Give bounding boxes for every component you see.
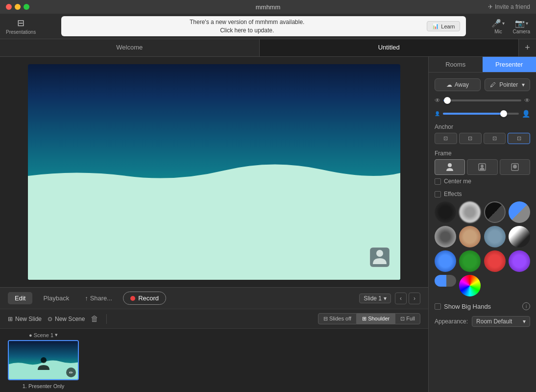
edit-button[interactable]: Edit [8, 292, 32, 304]
frame-options [435, 159, 530, 175]
prev-slide-button[interactable]: ‹ [395, 293, 407, 304]
tab-presenter[interactable]: Presenter [483, 57, 536, 72]
tab-welcome[interactable]: Welcome [0, 39, 259, 56]
pointer-button[interactable]: 🖊 Pointer ▾ [485, 78, 531, 91]
slide-picker[interactable]: Slide 1 ▾ [359, 294, 391, 303]
away-button[interactable]: ☁ Away [435, 78, 481, 91]
mic-control[interactable]: 🎤 ▾ Mic [491, 19, 505, 34]
right-panel-tabs: Rooms Presenter [429, 57, 536, 73]
slide-navigation: ‹ › [395, 293, 420, 304]
center-me-label: Center me [444, 178, 471, 185]
delete-button[interactable]: 🗑 [91, 315, 98, 323]
size-slider[interactable] [443, 113, 519, 115]
scene-label: ● Scene 1 ▾ [29, 332, 58, 338]
presenter-settings: ☁ Away 🖊 Pointer ▾ 👁 👁 [429, 73, 536, 392]
pointer-chevron-icon: ▾ [522, 81, 525, 88]
paper-plane-icon: ✈ [488, 3, 493, 10]
titlebar: mmhmm ✈ Invite a friend [0, 0, 536, 14]
new-scene-button[interactable]: ⊙ New Scene [48, 316, 85, 322]
frame-person-button[interactable] [435, 159, 465, 175]
presentations-label: Presentations [6, 29, 36, 35]
effect-split-button[interactable] [509, 201, 530, 223]
info-icon[interactable]: i [522, 302, 530, 310]
anchor-tl-button[interactable]: ⊡ [435, 133, 457, 144]
scene-dot-icon: ● [29, 332, 32, 338]
main-area: Edit Playback ↑ Share... Record Slide 1 … [0, 57, 536, 392]
size-high-icon: 👤 [522, 110, 530, 118]
new-slide-icon: ⊞ [8, 316, 13, 322]
show-big-hands-label: Show Big Hands [444, 303, 491, 310]
scene-dropdown-icon: ▾ [55, 332, 58, 338]
tab-rooms[interactable]: Rooms [429, 57, 483, 72]
playback-toolbar: Edit Playback ↑ Share... Record Slide 1 … [0, 287, 428, 309]
update-text: There's a new version of mmhmm available… [67, 18, 427, 35]
effect-film-button[interactable] [435, 226, 456, 247]
learn-button[interactable]: 📊 Learn [427, 21, 460, 31]
window-controls[interactable] [6, 4, 29, 10]
effect-toggle-button[interactable] [435, 275, 456, 287]
record-button[interactable]: Record [123, 292, 166, 305]
share-button[interactable]: ↑ Share... [80, 292, 117, 304]
scene-name: 1. Presenter Only [23, 383, 65, 389]
anchor-tm-button[interactable]: ⊡ [459, 133, 482, 144]
visibility-thumb[interactable] [444, 97, 451, 104]
invite-friend-button[interactable]: ✈ Invite a friend [488, 3, 530, 10]
effect-color-button[interactable] [459, 275, 481, 296]
center-me-checkbox[interactable] [435, 178, 441, 185]
add-tab-button[interactable]: + [518, 39, 536, 56]
effect-purple-button[interactable] [509, 250, 530, 272]
show-big-hands-checkbox[interactable] [435, 303, 441, 310]
full-button[interactable]: ⊡ Full [395, 313, 420, 324]
effect-cool-button[interactable] [484, 226, 506, 247]
effect-dark-button[interactable] [435, 201, 456, 223]
effects-checkbox[interactable] [435, 191, 441, 197]
scene-thumbnail[interactable]: ✏ [8, 340, 79, 380]
effects-grid [435, 201, 530, 296]
size-thumb[interactable] [500, 110, 507, 117]
pointer-icon: 🖊 [490, 81, 496, 88]
anchor-options: ⊡ ⊡ ⊡ ⊡ [435, 133, 530, 144]
mic-chevron-icon: ▾ [502, 21, 505, 26]
new-slide-button[interactable]: ⊞ New Slide [8, 316, 42, 322]
frame-head-button[interactable] [467, 159, 497, 175]
effect-bw-button[interactable] [509, 226, 530, 247]
visibility-slider[interactable] [443, 99, 521, 101]
camera-control[interactable]: 📷 ▾ Camera [512, 19, 530, 34]
appearance-select[interactable]: Room Default ▾ [472, 316, 530, 327]
full-icon: ⊡ [400, 316, 405, 321]
svg-point-2 [41, 357, 47, 363]
effect-outline-button[interactable] [484, 201, 506, 223]
size-fill [443, 113, 504, 115]
frame-section: Frame Center me [435, 150, 530, 185]
list-item[interactable]: ● Scene 1 ▾ [8, 332, 79, 389]
anchor-br-button[interactable]: ⊡ [508, 133, 530, 144]
shoulder-button[interactable]: ⊞ Shoulder [357, 313, 395, 324]
tab-untitled[interactable]: Untitled [260, 39, 519, 56]
anchor-tr-button[interactable]: ⊡ [484, 133, 506, 144]
playback-button[interactable]: Playback [38, 292, 74, 304]
presentations-button[interactable]: ⊟ Presentations [6, 18, 36, 35]
size-slider-row: 👤 👤 [435, 110, 530, 118]
effect-blur-button[interactable] [459, 201, 481, 223]
frame-close-button[interactable] [500, 159, 530, 175]
visibility-slider-row: 👁 👁 [435, 97, 530, 104]
next-slide-button[interactable]: › [409, 293, 420, 304]
record-dot-icon [130, 296, 135, 301]
effect-green-button[interactable] [459, 250, 481, 272]
camera-icon: 📷 [515, 19, 525, 28]
maximize-button[interactable] [24, 4, 29, 10]
anchor-label: Anchor [435, 123, 453, 130]
svg-point-3 [448, 163, 452, 167]
chart-icon: 📊 [432, 23, 439, 29]
visibility-low-icon: 👁 [435, 97, 440, 104]
effect-blue-button[interactable] [435, 250, 456, 272]
effect-warm-button[interactable] [459, 226, 481, 247]
scene-edit-button[interactable]: ✏ [66, 368, 76, 377]
view-buttons: ⊟ Slides off ⊞ Shoulder ⊡ Full [318, 313, 420, 324]
effect-red-button[interactable] [484, 250, 506, 272]
update-banner[interactable]: There's a new version of mmhmm available… [61, 16, 466, 37]
shoulder-icon: ⊞ [362, 316, 366, 321]
close-button[interactable] [6, 4, 12, 10]
slides-off-button[interactable]: ⊟ Slides off [318, 313, 357, 324]
minimize-button[interactable] [15, 4, 21, 10]
